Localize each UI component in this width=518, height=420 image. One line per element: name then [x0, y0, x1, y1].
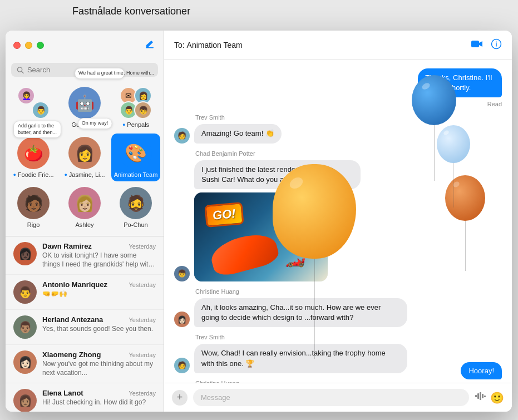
conv-info: Dawn Ramirez Yesterday OK to visit tonig… [42, 242, 156, 269]
conv-time: Yesterday [129, 243, 156, 250]
conv-info: Elena Lanot Yesterday Hi! Just checking … [42, 389, 156, 407]
message-avatar: 🧑 [174, 358, 190, 373]
annotation-label: Fastnålade konversationer [72, 6, 190, 17]
pinned-item-penpals[interactable]: ✉ 👩 👨 👦 ●Penpals [111, 83, 160, 131]
pinned-item-foodie[interactable]: 🍅 ●Foodie Frie... [9, 134, 58, 181]
chat-bubble-preview-guillermo: We had a great time. Home with... [75, 68, 125, 79]
pinned-grid: 👩‍🦱 👨 Olivia & Will We had a great time.… [9, 83, 160, 231]
maximize-button[interactable] [37, 42, 44, 49]
message-row: 🧑 Amazing! Go team! 👏 [174, 124, 502, 143]
message-row: 👩🏻 Ah, it looks amazing, Cha...it so muc… [174, 298, 502, 327]
conv-info: Herland Antezana Yesterday Yes, that sou… [42, 315, 156, 334]
conv-name: Elena Lanot [42, 389, 83, 397]
pinned-name: ●Penpals [122, 121, 149, 128]
conv-time: Yesterday [129, 390, 156, 397]
conv-avatar: 👩🏻 [13, 350, 37, 374]
title-bar [6, 31, 164, 60]
conv-time: Yesterday [129, 281, 156, 288]
svg-rect-6 [475, 395, 477, 397]
message-group: Chad Benjamin Potter 👦 I just finished t… [174, 150, 502, 281]
pinned-item-animation-team[interactable]: 🎨 Animation Team [111, 134, 160, 181]
pinned-item-jasmine[interactable]: On my way! 👩 ●Jasmine, Li... [60, 134, 109, 181]
svg-rect-0 [146, 47, 154, 48]
pinned-item-rigo[interactable]: 🧑🏾 Rigo [9, 184, 58, 231]
svg-rect-10 [484, 396, 486, 397]
group-avatar-penpals: ✉ 👩 👨 👦 [120, 87, 152, 119]
conv-preview: OK to visit tonight? I have some things … [42, 251, 156, 269]
sender-name: Trev Smith [195, 114, 502, 121]
conv-item-dawn[interactable]: 👩🏿 Dawn Ramirez Yesterday OK to visit to… [6, 236, 164, 275]
sender-name: Chad Benjamin Potter [195, 150, 502, 157]
pinned-name: Rigo [27, 221, 40, 228]
conv-name: Dawn Ramirez [42, 242, 92, 250]
video-call-icon[interactable] [471, 39, 483, 51]
compose-icon[interactable] [144, 38, 156, 51]
message-avatar: 👩🏻 [174, 312, 190, 327]
message-group: Christine Huang 👩🏻 Ah, it looks amazing,… [174, 288, 502, 327]
message-bubble: I just finished the latest renderings fo… [194, 160, 361, 189]
pinned-item-po-chun[interactable]: 🧔 Po-Chun [111, 184, 160, 231]
conv-item-herland[interactable]: 👨🏽 Herland Antezana Yesterday Yes, that … [6, 310, 164, 345]
chat-bubble-preview-jasmine: On my way! [78, 118, 112, 129]
input-icons: 🙂 [475, 391, 504, 404]
group-avatar-olivia-will: 👩‍🦱 👨 [17, 87, 50, 119]
minimize-button[interactable] [25, 42, 32, 49]
audio-icon[interactable] [475, 392, 486, 403]
message-bubble: Wow, Chad! I can really envision...takin… [194, 344, 407, 373]
app-window: 👩‍🦱 👨 Olivia & Will We had a great time.… [6, 31, 512, 412]
conv-preview: Yes, that sounds good! See you then. [42, 325, 156, 334]
sidebar: 👩‍🦱 👨 Olivia & Will We had a great time.… [6, 31, 164, 412]
image-message: GO! Zzz 🏎️ [194, 192, 328, 281]
input-area: + 🙂 [164, 383, 512, 412]
pinned-name: Animation Team [114, 171, 158, 178]
sender-name: Trev Smith [195, 334, 502, 340]
chat-area: To: Animation Team [164, 31, 512, 412]
close-button[interactable] [13, 42, 21, 49]
svg-point-5 [496, 41, 497, 42]
pinned-name: ●Foodie Frie... [13, 171, 53, 178]
search-icon [17, 66, 24, 74]
emoji-icon[interactable]: 🙂 [490, 391, 504, 404]
message-group: Trev Smith 🧑 Amazing! Go team! 👏 [174, 114, 502, 143]
svg-rect-9 [482, 394, 484, 398]
svg-rect-7 [477, 393, 479, 399]
hooray-bubble: Hooray! [461, 362, 502, 379]
conv-preview: Now you've got me thinking about my next… [42, 360, 156, 377]
read-label: Read [487, 101, 502, 107]
pinned-name: Po-Chun [124, 221, 147, 228]
pinned-section: 👩‍🦱 👨 Olivia & Will We had a great time.… [6, 81, 164, 236]
conv-preview: 🤜🤛🙌 [42, 290, 156, 299]
conv-name: Xiaomeng Zhong [42, 350, 101, 359]
message-row-outgoing: Thanks, Christine. I'll review shortly. [373, 68, 502, 97]
pinned-name: ●Jasmine, Li... [64, 171, 105, 178]
conv-preview: Hi! Just checking in. How did it go? [42, 398, 156, 407]
conv-item-elena[interactable]: 👩🏽 Elena Lanot Yesterday Hi! Just checki… [6, 383, 164, 412]
svg-rect-8 [480, 392, 481, 400]
chat-header-actions [471, 38, 502, 52]
message-group: Thanks, Christine. I'll review shortly. … [174, 68, 502, 107]
sender-name: Christine Huang [195, 288, 502, 295]
info-icon[interactable] [491, 38, 502, 52]
message-avatar: 🧑 [174, 128, 190, 144]
message-input[interactable] [193, 389, 469, 406]
conv-time: Yesterday [129, 352, 156, 358]
sticker-zzz: Zzz [294, 196, 318, 215]
pinned-name: Ashley [75, 221, 93, 228]
add-attachment-button[interactable]: + [172, 390, 188, 406]
conv-item-xiaomeng[interactable]: 👩🏻 Xiaomeng Zhong Yesterday Now you've g… [6, 345, 164, 383]
svg-line-2 [22, 71, 23, 73]
conv-name: Antonio Manriquez [42, 280, 107, 289]
message-group: Trev Smith 🧑 Wow, Chad! I can really env… [174, 334, 502, 373]
pinned-item-ashley[interactable]: 👩🏼 Ashley [60, 184, 109, 231]
sticker-go: GO! [204, 202, 244, 228]
message-bubble: Amazing! Go team! 👏 [194, 124, 282, 143]
chat-recipient: Animation Team [187, 41, 243, 50]
conversation-list: 👩🏿 Dawn Ramirez Yesterday OK to visit to… [6, 236, 164, 412]
messages-area[interactable]: Thanks, Christine. I'll review shortly. … [164, 60, 512, 383]
conv-avatar: 👩🏿 [13, 242, 37, 265]
message-avatar: 👦 [174, 266, 190, 281]
conv-avatar: 👩🏽 [13, 389, 37, 412]
conv-info: Xiaomeng Zhong Yesterday Now you've got … [42, 350, 156, 377]
conv-item-antonio[interactable]: 👨 Antonio Manriquez Yesterday 🤜🤛🙌 [6, 275, 164, 310]
message-row: 🧑 Wow, Chad! I can really envision...tak… [174, 344, 502, 373]
